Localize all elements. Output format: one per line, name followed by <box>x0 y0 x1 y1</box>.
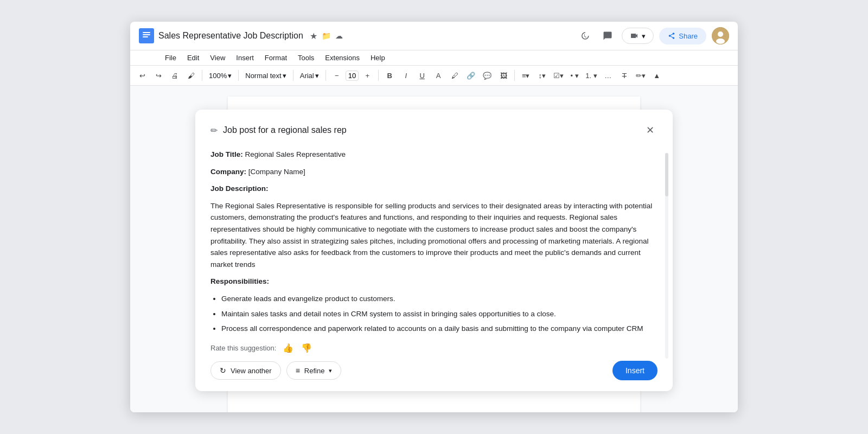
doc-area: ✏ Job post for a regional sales rep ✕ Jo… <box>130 86 738 412</box>
title-action-icons: ★ 📁 ☁ <box>310 31 343 41</box>
underline-button[interactable]: U <box>414 68 430 83</box>
svg-point-5 <box>718 31 723 37</box>
svg-rect-0 <box>139 28 154 43</box>
line-spacing-button[interactable]: ↕▾ <box>534 68 550 83</box>
meet-button[interactable]: ▾ <box>622 28 654 44</box>
folder-icon[interactable]: 📁 <box>322 31 331 40</box>
menu-tools[interactable]: Tools <box>293 52 318 64</box>
font-size-increase-button[interactable]: + <box>360 68 375 83</box>
font-size-value: 10 <box>348 72 356 80</box>
responsibility-item-1: Generate leads and evangelize product to… <box>221 293 653 305</box>
edit-mode-button[interactable]: ✏▾ <box>633 68 648 83</box>
toolbar-sep-6 <box>514 70 515 81</box>
toolbar-sep-2 <box>238 70 239 81</box>
job-desc-label: Job Description: <box>210 183 653 195</box>
cloud-icon[interactable]: ☁ <box>335 31 343 40</box>
link-button[interactable]: 🔗 <box>463 68 478 83</box>
redo-button[interactable]: ↪ <box>151 68 166 83</box>
share-btn-label: Share <box>679 32 698 40</box>
docs-logo-icon <box>139 28 154 43</box>
responsibility-item-2: Maintain sales tasks and detail notes in… <box>221 308 653 320</box>
align-button[interactable]: ≡▾ <box>518 68 533 83</box>
responsibilities-label: Responsibilities: <box>210 276 653 288</box>
share-button[interactable]: Share <box>659 28 706 44</box>
menu-bar: File Edit View Insert Format Tools Exten… <box>130 50 738 65</box>
font-size-decrease-button[interactable]: − <box>329 68 344 83</box>
zoom-selector[interactable]: 100% ▾ <box>206 71 235 81</box>
avatar[interactable] <box>712 27 729 44</box>
comments-icon[interactable] <box>599 27 616 44</box>
menu-extensions[interactable]: Extensions <box>321 52 364 64</box>
menu-format[interactable]: Format <box>260 52 291 64</box>
job-title-label: Job Title: <box>210 150 243 158</box>
app-window: Sales Representative Job Description ★ 📁… <box>130 22 738 412</box>
thumbs-up-button[interactable]: 👍 <box>282 342 295 354</box>
ai-panel-header: ✏ Job post for a regional sales rep ✕ <box>210 123 658 138</box>
clear-format-button[interactable]: T̶ <box>617 68 632 83</box>
text-color-button[interactable]: A <box>431 68 446 83</box>
more-options-button[interactable]: … <box>601 68 616 83</box>
star-icon[interactable]: ★ <box>310 31 317 41</box>
refine-button[interactable]: ≡ Refine ▾ <box>286 361 342 380</box>
scrollbar-thumb <box>665 153 668 196</box>
view-another-button[interactable]: ↻ View another <box>210 361 281 380</box>
menu-file[interactable]: File <box>161 52 181 64</box>
checklist-button[interactable]: ☑▾ <box>551 68 566 83</box>
menu-edit[interactable]: Edit <box>183 52 203 64</box>
company-label: Company: <box>210 168 246 176</box>
ai-panel-content: Job Title: Regional Sales Representative… <box>210 149 658 333</box>
menu-view[interactable]: View <box>206 52 229 64</box>
numbered-list-button[interactable]: 1. ▾ <box>583 68 599 83</box>
font-dropdown-icon: ▾ <box>315 72 319 80</box>
title-right-actions: ▾ Share <box>576 27 729 44</box>
scrollbar-track <box>665 153 668 359</box>
view-another-label: View another <box>231 367 272 375</box>
image-button[interactable]: 🖼 <box>496 68 511 83</box>
toolbar: ↩ ↪ 🖨 🖌 100% ▾ Normal text ▾ Arial ▾ − 1… <box>130 65 738 86</box>
font-selector[interactable]: Arial ▾ <box>297 71 322 81</box>
history-icon[interactable] <box>576 27 593 44</box>
collapse-toolbar-button[interactable]: ▲ <box>649 68 665 83</box>
rate-row: Rate this suggestion: 👍 👎 <box>210 342 658 354</box>
zoom-value: 100% <box>209 72 227 80</box>
toolbar-sep-4 <box>326 70 326 81</box>
view-another-icon: ↻ <box>220 366 226 375</box>
print-button[interactable]: 🖨 <box>167 68 182 83</box>
ai-panel-footer: Rate this suggestion: 👍 👎 ↻ View another… <box>210 342 658 380</box>
style-value: Normal text <box>245 72 281 80</box>
toolbar-sep-1 <box>202 70 202 81</box>
bullet-list-button[interactable]: • ▾ <box>567 68 582 83</box>
svg-rect-3 <box>143 36 148 37</box>
ai-panel-close-button[interactable]: ✕ <box>642 123 658 138</box>
style-dropdown-icon: ▾ <box>283 72 286 80</box>
company-line: Company: [Company Name] <box>210 166 653 178</box>
ai-panel: ✏ Job post for a regional sales rep ✕ Jo… <box>195 110 673 391</box>
actions-row: ↻ View another ≡ Refine ▾ Insert <box>210 361 658 380</box>
responsibilities-list: Generate leads and evangelize product to… <box>221 293 653 333</box>
title-bar: Sales Representative Job Description ★ 📁… <box>130 22 738 50</box>
undo-button[interactable]: ↩ <box>135 68 150 83</box>
highlight-button[interactable]: 🖊 <box>447 68 462 83</box>
menu-insert[interactable]: Insert <box>232 52 258 64</box>
doc-page: ✏ Job post for a regional sales rep ✕ Jo… <box>228 97 640 412</box>
job-desc-text: The Regional Sales Representative is res… <box>210 200 653 271</box>
comment-button[interactable]: 💬 <box>480 68 495 83</box>
style-selector[interactable]: Normal text ▾ <box>242 71 289 81</box>
job-title-line: Job Title: Regional Sales Representative <box>210 149 653 161</box>
font-size-display[interactable]: 10 <box>346 71 359 81</box>
company-value: [Company Name] <box>248 168 305 176</box>
zoom-dropdown-icon: ▾ <box>228 72 232 80</box>
refine-label: Refine <box>304 367 325 375</box>
italic-button[interactable]: I <box>398 68 413 83</box>
ai-panel-title: Job post for a regional sales rep <box>223 125 347 135</box>
refine-dropdown-icon: ▾ <box>329 367 332 374</box>
doc-title: Sales Representative Job Description <box>158 31 303 41</box>
meet-btn-label: ▾ <box>642 32 646 40</box>
thumbs-down-button[interactable]: 👎 <box>300 342 313 354</box>
svg-rect-2 <box>143 34 150 35</box>
font-value: Arial <box>300 72 314 80</box>
insert-button[interactable]: Insert <box>612 361 658 380</box>
paint-format-button[interactable]: 🖌 <box>183 68 199 83</box>
menu-help[interactable]: Help <box>366 52 390 64</box>
bold-button[interactable]: B <box>382 68 397 83</box>
